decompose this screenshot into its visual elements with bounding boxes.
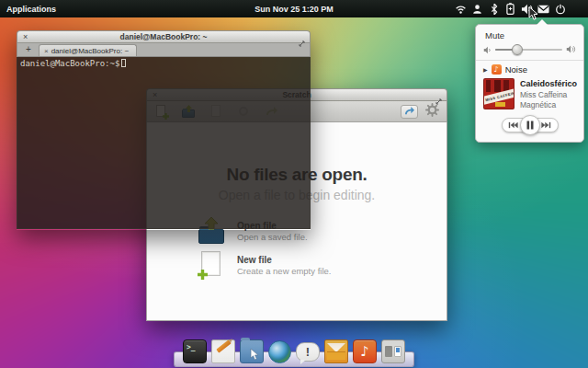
dock-item-terminal[interactable]: >_ [183,339,207,363]
dock-item-mail[interactable] [324,339,348,363]
new-file-action[interactable]: New file Create a new empty file. [198,251,396,279]
dock-item-music[interactable]: ♪ [353,339,377,363]
slider-knob[interactable] [512,44,523,55]
exclamation-glyph: ! [306,345,310,359]
cursor-arrow-icon [250,349,261,361]
maximize-icon[interactable] [435,92,442,109]
action-label: New file [237,255,331,265]
settings-tile [394,346,401,357]
desktop: × Scratch [0,0,588,368]
album-art: MISS CAFFEINA [483,78,514,109]
playback-controls [483,115,576,135]
mute-label[interactable]: Mute [485,30,576,40]
volume-slider[interactable] [495,44,562,55]
envelope-body [327,351,345,360]
popover-separator [476,60,583,61]
toolbar-right-group [401,103,439,121]
plus-glyph [197,269,209,281]
track-title: Caleidosférico [520,79,576,90]
terminal-tab[interactable]: × daniel@MacBookPro: ~ [39,44,137,56]
panel-tray [455,3,566,16]
volume-low-icon [483,41,492,58]
player-row[interactable]: ▶ ♪ Noise [483,64,576,75]
action-description: Create a new empty file. [237,266,331,276]
terminal-content[interactable]: daniel@MacBookPro:~$ [17,57,311,229]
expander-arrow-icon[interactable]: ▶ [483,66,488,73]
battery-icon[interactable] [504,3,516,16]
track-artist: Miss Caffeina [520,90,576,100]
settings-tile [385,346,392,357]
music-note-glyph: ♪ [360,343,369,360]
top-panel: Applications Sun Nov 25 1:20 PM [0,0,588,17]
terminal-window: × daniel@MacBookPro: ~ + × daniel@MacBoo… [17,30,311,230]
maximize-icon[interactable] [299,34,305,51]
sound-menu-popover: Mute ▶ ♪ Noise MISS CAFFEINA [475,24,584,143]
new-tab-button[interactable]: + [22,43,35,56]
dock: >_ ! ♪ [183,339,405,363]
pencil-icon [216,339,231,352]
dock-item-text-editor[interactable] [211,339,235,363]
dock-item-files[interactable] [240,339,264,363]
track-album: Magnética [520,100,576,110]
volume-slider-row [483,43,576,55]
terminal-glyph: >_ [187,343,196,351]
volume-high-icon [566,41,576,58]
power-icon[interactable] [554,3,566,16]
wifi-icon[interactable] [455,3,467,16]
now-playing-row: MISS CAFFEINA Caleidosférico Miss Caffei… [483,78,576,110]
terminal-cursor [121,59,126,67]
mail-icon[interactable] [537,3,549,16]
tab-close-icon[interactable]: × [44,47,49,55]
tab-label: daniel@MacBookPro: ~ [51,47,129,55]
close-icon[interactable]: × [23,31,28,43]
bluetooth-icon[interactable] [488,3,500,16]
terminal-tabbar: + × daniel@MacBookPro: ~ [17,43,311,57]
pause-button[interactable] [520,115,540,135]
action-description: Open a saved file. [237,232,308,242]
share-arrow-glyph [404,107,415,116]
share-icon[interactable] [401,105,418,119]
dock-item-web-browser[interactable] [268,340,291,363]
new-file-big-icon [198,251,225,279]
player-name: Noise [505,64,527,75]
action-text: New file Create a new empty file. [237,255,331,276]
folder-shape [198,229,224,244]
user-icon[interactable] [471,3,483,16]
dock-item-system-settings[interactable] [381,339,405,363]
window-title: daniel@MacBookPro: ~ [120,32,208,41]
terminal-prompt: daniel@MacBookPro:~$ [20,59,119,68]
terminal-titlebar[interactable]: × daniel@MacBookPro: ~ [17,30,311,43]
noise-app-icon: ♪ [492,64,502,75]
dock-item-messages[interactable]: ! [296,342,320,362]
album-art-chip [495,102,505,107]
track-info: Caleidosférico Miss Caffeina Magnética [520,78,576,110]
mouse-cursor [528,6,538,25]
